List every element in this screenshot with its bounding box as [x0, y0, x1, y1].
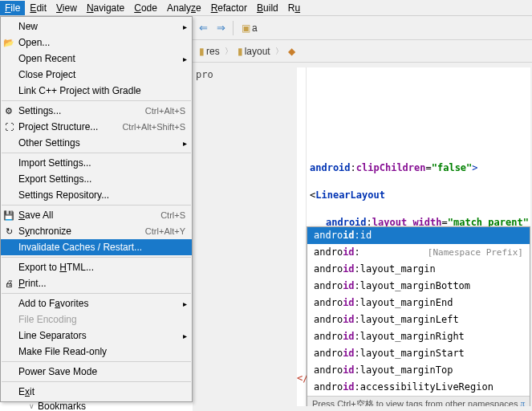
chevron-down-icon: ∨	[29, 402, 35, 410]
menu-analyze[interactable]: Analyze	[162, 1, 206, 15]
nav-back-button[interactable]: ⇐	[196, 21, 210, 35]
ac-item-0[interactable]: android:id	[307, 227, 530, 244]
menu-save-all[interactable]: 💾Save AllCtrl+S	[1, 207, 192, 223]
separator	[2, 205, 191, 206]
menu-power-save[interactable]: Power Save Mode	[1, 364, 192, 380]
crumb-layout[interactable]: ▮layout	[234, 44, 274, 59]
menu-export-settings[interactable]: Export Settings...	[1, 171, 192, 187]
menu-open-label: Open...	[18, 37, 50, 48]
gutter	[297, 67, 307, 406]
menu-import-settings[interactable]: Import Settings...	[1, 155, 192, 171]
file-menu-dropdown: New▸ 📂Open... Open Recent▸ Close Project…	[0, 16, 193, 402]
shortcut: Ctrl+S	[160, 210, 185, 220]
nav-forward-button[interactable]: ⇒	[213, 21, 228, 35]
separator	[2, 293, 191, 294]
ac-prefix: andro	[314, 364, 343, 377]
ac-prefix: andro	[314, 279, 343, 293]
submenu-arrow-icon: ▸	[183, 55, 187, 63]
menu-close-project[interactable]: Close Project	[1, 67, 192, 83]
menu-build[interactable]: Build	[252, 1, 283, 15]
menu-make-readonly[interactable]: Make File Read-only	[1, 344, 192, 360]
folder-icon: ▮	[199, 46, 205, 57]
toolbar-item[interactable]: ▣a	[238, 21, 261, 35]
crumb-res[interactable]: ▮res	[196, 44, 223, 59]
code-attr: clipChildren	[356, 162, 426, 173]
ac-prefix: andro	[314, 246, 343, 259]
ac-item-6[interactable]: android:layout_marginRight	[307, 328, 530, 345]
menu-line-sep-label: Line Separators	[18, 330, 87, 341]
menu-exit[interactable]: Exit	[1, 384, 192, 400]
menu-settings-repo-label: Settings Repository...	[18, 189, 109, 201]
crumb-file[interactable]: ◆	[285, 44, 298, 59]
menu-project-structure[interactable]: ⛶Project Structure...Ctrl+Alt+Shift+S	[1, 119, 192, 135]
menu-export-settings-label: Export Settings...	[18, 173, 91, 185]
menu-print[interactable]: 🖨Print...	[1, 275, 192, 291]
pi-icon: π	[520, 398, 525, 406]
ac-item-1[interactable]: android: [Namespace Prefix]	[307, 244, 530, 261]
shortcut: Ctrl+Alt+Shift+S	[122, 122, 185, 132]
menu-synchronize[interactable]: ↻SynchronizeCtrl+Alt+Y	[1, 223, 192, 239]
separator	[2, 361, 191, 362]
menu-view[interactable]: View	[51, 1, 82, 15]
ac-prefix: andro	[314, 229, 343, 242]
menu-run[interactable]: Ru	[283, 1, 305, 15]
ac-item-9[interactable]: android:accessibilityLiveRegion	[307, 379, 530, 396]
menu-edit[interactable]: Edit	[25, 1, 51, 15]
menu-export-html[interactable]: Export to HTML...	[1, 259, 192, 275]
menu-close-project-label: Close Project	[18, 69, 75, 80]
navigation-toolbar: ⇐ ⇒ ▣a	[193, 16, 532, 40]
submenu-arrow-icon: ▸	[183, 22, 187, 31]
ac-item-5[interactable]: android:layout_marginLeft	[307, 311, 530, 328]
menu-open-recent[interactable]: Open Recent▸	[1, 51, 192, 67]
ac-item-4[interactable]: android:layout_marginEnd	[307, 295, 530, 311]
menu-file[interactable]: File	[0, 1, 25, 15]
chevron-right-icon: 〉	[225, 46, 233, 57]
menu-new[interactable]: New▸	[1, 18, 192, 35]
submenu-arrow-icon: ▸	[183, 332, 187, 340]
folder-icon: ▮	[238, 46, 243, 57]
ac-hl: id	[343, 229, 354, 242]
ac-hl: id	[343, 330, 354, 344]
separator	[233, 21, 234, 35]
ac-item-7[interactable]: android:layout_marginStart	[307, 345, 530, 362]
ac-prefix: andro	[314, 330, 343, 344]
code-val: "false"	[432, 162, 473, 173]
menu-navigate[interactable]: Navigate	[82, 1, 129, 15]
ac-item-3[interactable]: android:layout_marginBottom	[307, 278, 530, 295]
menu-add-favorites[interactable]: Add to Favorites▸	[1, 295, 192, 311]
ac-prefix: andro	[314, 262, 343, 276]
submenu-arrow-icon: ▸	[183, 299, 187, 308]
menu-link-cpp-label: Link C++ Project with Gradle	[18, 85, 141, 96]
ac-rest: :layout_marginBottom	[355, 279, 471, 293]
menu-import-settings-label: Import Settings...	[18, 157, 91, 169]
ac-hl: id	[343, 262, 354, 276]
menu-refactor[interactable]: Refactor	[206, 1, 252, 15]
menu-code[interactable]: Code	[129, 1, 162, 15]
menubar: File Edit View Navigate Code Analyze Ref…	[0, 0, 532, 16]
ac-item-8[interactable]: android:layout_marginTop	[307, 362, 530, 379]
menu-new-label: New	[18, 21, 38, 32]
code-editor[interactable]: android:clipChildren="false"> <LinearLay…	[297, 67, 530, 406]
autocomplete-popup: android:id android: [Namespace Prefix] a…	[307, 226, 530, 406]
ac-rest: :layout_marginTop	[355, 364, 453, 377]
editor-snippet: pro	[193, 69, 297, 85]
ac-prefix: andro	[314, 313, 343, 327]
ac-item-2[interactable]: android:layout_margin	[307, 261, 530, 278]
ac-hint: [Namespace Prefix]	[428, 246, 523, 259]
gear-icon: ⚙	[3, 105, 14, 116]
menu-link-cpp[interactable]: Link C++ Project with Gradle	[1, 83, 192, 99]
menu-invalidate-caches[interactable]: Invalidate Caches / Restart...	[1, 239, 192, 255]
ac-statusbar: Press Ctrl+空格 to view tags from other na…	[307, 396, 530, 406]
separator	[2, 257, 191, 258]
menu-file-encoding-label: File Encoding	[18, 314, 77, 325]
separator	[2, 153, 191, 153]
ac-hl: id	[343, 279, 354, 293]
ac-rest: :	[355, 246, 360, 259]
menu-line-separators[interactable]: Line Separators▸	[1, 328, 192, 344]
menu-settings[interactable]: ⚙Settings...Ctrl+Alt+S	[1, 103, 192, 119]
toolbar-label: a	[252, 22, 258, 34]
menu-open[interactable]: 📂Open...	[1, 35, 192, 51]
menu-other-settings-label: Other Settings	[18, 137, 80, 149]
menu-settings-repository[interactable]: Settings Repository...	[1, 187, 192, 203]
menu-other-settings[interactable]: Other Settings▸	[1, 135, 192, 151]
